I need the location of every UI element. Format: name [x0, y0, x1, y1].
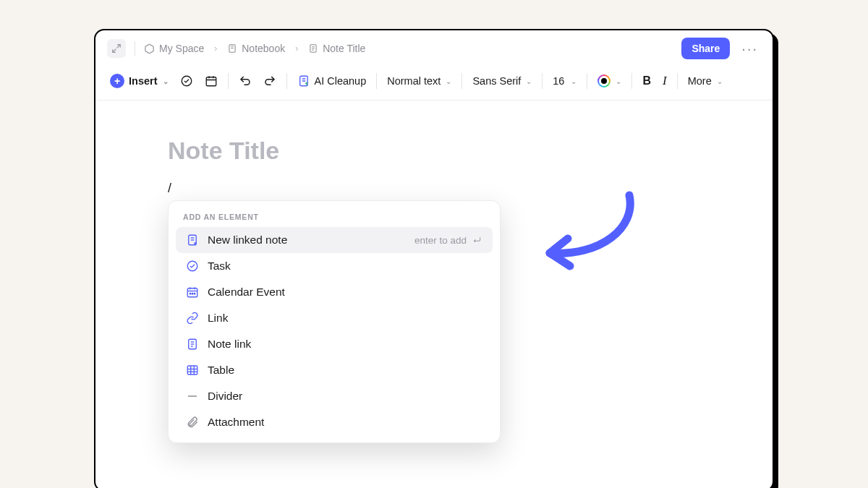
breadcrumb-space-label: My Space	[159, 43, 204, 54]
popup-item-label: Task	[208, 260, 231, 273]
popup-heading: ADD AN ELEMENT	[173, 208, 495, 227]
breadcrumb-space[interactable]: My Space	[144, 43, 204, 54]
text-style-dropdown[interactable]: Normal text ⌄	[384, 72, 454, 90]
svg-rect-0	[229, 45, 235, 53]
calendar-button[interactable]	[202, 72, 221, 90]
chevron-down-icon: ⌄	[526, 77, 532, 85]
popup-item-label: New linked note	[208, 234, 287, 247]
breadcrumb-notebook-label: Notebook	[242, 43, 285, 54]
chevron-down-icon: ⌄	[571, 77, 576, 85]
svg-point-26	[190, 294, 191, 295]
popup-item-label: Note link	[208, 338, 251, 351]
more-format-dropdown[interactable]: More ⌄	[685, 72, 726, 90]
divider	[461, 73, 462, 89]
note-editor-window: My Space › Notebook › Note Title Share ·…	[94, 29, 774, 488]
expand-icon[interactable]	[107, 39, 126, 58]
breadcrumb-note[interactable]: Note Title	[308, 43, 365, 54]
divider	[228, 73, 229, 89]
chevron-down-icon: ⌄	[446, 77, 451, 85]
more-label: More	[688, 75, 712, 87]
popup-item-label: Divider	[208, 390, 242, 403]
popup-item-hint: enter to add	[414, 235, 482, 246]
note-icon	[186, 338, 199, 351]
paperclip-icon	[186, 416, 199, 429]
chevron-down-icon: ⌄	[616, 77, 621, 85]
italic-button[interactable]: I	[660, 71, 670, 91]
note-plus-icon	[186, 234, 199, 247]
editor-canvas[interactable]: Note Title / ADD AN ELEMENT New linked n…	[95, 100, 773, 488]
breadcrumb-notebook[interactable]: Notebook	[227, 43, 285, 54]
topbar: My Space › Notebook › Note Title Share ·…	[95, 30, 773, 67]
divider	[135, 41, 135, 56]
note-title-placeholder[interactable]: Note Title	[168, 137, 700, 165]
color-ring-icon	[597, 74, 610, 87]
chevron-down-icon: ⌄	[163, 77, 169, 85]
chevron-right-icon: ›	[294, 43, 299, 53]
share-button[interactable]: Share	[681, 38, 730, 59]
svg-rect-22	[187, 288, 197, 297]
svg-point-27	[192, 294, 193, 295]
breadcrumb-note-label: Note Title	[323, 43, 365, 54]
plus-icon: +	[110, 74, 124, 88]
divider	[286, 73, 287, 89]
font-size-value: 16	[553, 75, 564, 87]
popup-item-task[interactable]: Task	[176, 253, 493, 279]
popup-item-attachment[interactable]: Attachment	[176, 409, 493, 435]
insert-label: Insert	[129, 75, 158, 87]
svg-point-28	[194, 294, 195, 295]
chevron-down-icon: ⌄	[717, 77, 723, 85]
task-toggle-button[interactable]	[177, 72, 196, 90]
task-icon	[186, 260, 199, 273]
font-family-dropdown[interactable]: Sans Serif ⌄	[469, 72, 535, 90]
svg-rect-8	[206, 77, 216, 86]
popup-item-note-link[interactable]: Note link	[176, 331, 493, 357]
text-style-label: Normal text	[387, 75, 441, 87]
popup-item-link[interactable]: Link	[176, 305, 493, 331]
popup-item-table[interactable]: Table	[176, 357, 493, 383]
text-color-dropdown[interactable]: ⌄	[595, 72, 624, 90]
divider	[587, 73, 587, 89]
popup-item-divider[interactable]: Divider	[176, 383, 493, 409]
divider	[677, 73, 678, 89]
undo-button[interactable]	[236, 72, 255, 90]
slash-command-popup: ADD AN ELEMENT New linked note enter to …	[168, 200, 501, 443]
divider-icon	[186, 390, 199, 403]
font-size-dropdown[interactable]: 16 ⌄	[550, 72, 579, 90]
popup-item-label: Calendar Event	[208, 286, 285, 299]
calendar-icon	[186, 286, 199, 299]
insert-button[interactable]: + Insert ⌄	[107, 71, 171, 91]
link-icon	[186, 312, 199, 325]
popup-item-label: Table	[208, 364, 234, 377]
bold-button[interactable]: B	[639, 72, 654, 90]
popup-item-calendar-event[interactable]: Calendar Event	[176, 279, 493, 305]
font-family-label: Sans Serif	[472, 75, 521, 87]
popup-item-label: Attachment	[208, 416, 264, 429]
slash-command-text[interactable]: /	[168, 181, 700, 196]
format-toolbar: + Insert ⌄ AI Cleanup Normal text ⌄ San	[95, 67, 773, 100]
popup-item-label: Link	[208, 312, 228, 325]
divider	[376, 73, 377, 89]
divider	[631, 73, 632, 89]
chevron-right-icon: ›	[213, 43, 218, 53]
table-icon	[186, 364, 199, 377]
divider	[542, 73, 542, 89]
redo-button[interactable]	[260, 72, 279, 90]
svg-rect-33	[187, 366, 197, 374]
more-menu-icon[interactable]: ···	[739, 40, 761, 57]
ai-cleanup-label: AI Cleanup	[315, 75, 367, 87]
popup-item-new-linked-note[interactable]: New linked note enter to add	[176, 227, 493, 253]
ai-cleanup-button[interactable]: AI Cleanup	[294, 72, 370, 90]
